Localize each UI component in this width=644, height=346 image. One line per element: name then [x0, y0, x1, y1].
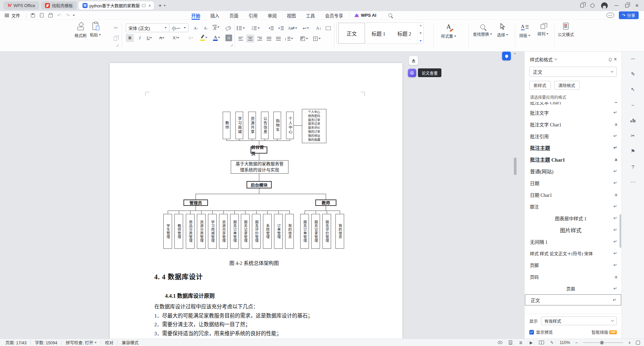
- cloud-status-icon[interactable]: [606, 13, 614, 18]
- align-center-button[interactable]: [246, 35, 254, 43]
- proofread-button[interactable]: 校对: [105, 339, 113, 346]
- tab-page[interactable]: 页面: [224, 11, 244, 20]
- multi-window-icon[interactable]: [580, 4, 584, 7]
- new-tab-button[interactable]: +: [158, 2, 162, 9]
- style-row[interactable]: 题注↵: [525, 200, 622, 212]
- fit-page-icon[interactable]: [636, 341, 640, 345]
- scroll-up-icon[interactable]: [514, 53, 516, 54]
- style-row[interactable]: 批注文本 Char1a: [525, 102, 622, 107]
- highlight-color-button[interactable]: [200, 34, 208, 42]
- presentation-mode-icon[interactable]: [142, 4, 146, 7]
- main-menu-icon[interactable]: [5, 15, 9, 16]
- document-page[interactable]: 教师 学习商城 资源共享 公告信息 购物车 个人中心 个人中心 修改密码 服务订…: [110, 63, 402, 339]
- copy-button[interactable]: [111, 35, 119, 43]
- bold-button[interactable]: B: [126, 34, 134, 42]
- style-row[interactable]: 批注文字↵: [525, 107, 622, 118]
- tab-wps-home[interactable]: W WPS Office: [3, 1, 39, 10]
- zoom-in-button[interactable]: +: [628, 340, 631, 345]
- style-row[interactable]: 批注主题 Char1a: [525, 154, 622, 165]
- compatibility-mode[interactable]: 兼容模式: [122, 339, 139, 346]
- tab-reference[interactable]: 引用: [244, 11, 263, 20]
- style-row[interactable]: 页脚↵: [525, 259, 622, 271]
- format-painter-button[interactable]: 格式刷: [74, 22, 87, 38]
- more-icon[interactable]: ⋯: [629, 178, 637, 186]
- style-row[interactable]: 普通(网站)↵: [525, 165, 622, 177]
- clipboard-dialog-launcher-icon[interactable]: [116, 44, 118, 46]
- paste-button[interactable]: 粘贴: [90, 22, 101, 38]
- tab-close-icon[interactable]: ×: [148, 3, 152, 8]
- font-size-select[interactable]: 小一: [169, 23, 189, 32]
- tab-review[interactable]: 审阅: [263, 11, 282, 20]
- style-row[interactable]: 样式 样式 论文正文＋(符号) 宋体↵: [525, 247, 622, 259]
- wrap-text-button[interactable]: ↩: [302, 24, 310, 32]
- tab-wps-ai[interactable]: WPS AI: [350, 12, 381, 18]
- paper-check-label[interactable]: 论文查重: [418, 68, 441, 77]
- search-icon[interactable]: [388, 13, 392, 17]
- style-row[interactable]: 无间隔 1↵: [525, 236, 622, 247]
- decrease-font-icon[interactable]: A−: [202, 24, 210, 32]
- font-color-button[interactable]: A: [212, 34, 220, 42]
- tab-document[interactable]: W python基于大数据的家教服务 ×: [78, 1, 154, 10]
- font-name-select[interactable]: 宋体 (正文): [126, 23, 169, 32]
- typeset-button[interactable]: A 排版: [519, 23, 530, 38]
- select-tool-icon[interactable]: ↖: [629, 86, 637, 93]
- superscript-button[interactable]: X²: [172, 34, 180, 42]
- style-row[interactable]: 批注文字 Char1a: [525, 118, 622, 130]
- strikethrough-button[interactable]: A: [158, 34, 166, 42]
- show-marks-button[interactable]: [324, 24, 332, 32]
- tab-insert[interactable]: 插入: [205, 11, 224, 20]
- style-item-heading1[interactable]: 标题 1: [366, 23, 391, 44]
- eject-icon[interactable]: [409, 56, 418, 65]
- help-icon[interactable]: ?: [629, 163, 637, 170]
- zoom-slider[interactable]: [583, 342, 623, 343]
- paper-check-floater[interactable]: G 论文查重: [408, 68, 441, 77]
- annotate-pen-icon[interactable]: ✎: [629, 70, 637, 78]
- document-scrollbar[interactable]: [513, 52, 518, 339]
- app-center-icon[interactable]: [590, 3, 595, 8]
- distribute-button[interactable]: [274, 35, 282, 43]
- display-mode-select[interactable]: 有效样式: [541, 316, 617, 325]
- select-button[interactable]: 选择: [497, 23, 508, 38]
- share-button[interactable]: ↷ 分享: [619, 11, 639, 19]
- borders-button[interactable]: [313, 35, 321, 43]
- panel-title-caret-icon[interactable]: [554, 57, 557, 60]
- official-doc-mode-button[interactable]: 公文模式: [558, 23, 574, 37]
- export-pdf-button[interactable]: [38, 12, 45, 19]
- scrollbar-thumb[interactable]: [514, 158, 517, 175]
- read-mode-icon[interactable]: [539, 340, 544, 345]
- zoom-out-button[interactable]: −: [575, 340, 578, 345]
- bullet-list-button[interactable]: [237, 24, 245, 32]
- file-menu-button[interactable]: 文件: [11, 12, 20, 18]
- word-count[interactable]: 字数: 15094: [35, 339, 57, 346]
- gallery-more-icon[interactable]: [420, 40, 422, 42]
- tab-member[interactable]: 会员专享: [320, 11, 348, 20]
- panel-close-icon[interactable]: ×: [614, 56, 617, 62]
- sort-button[interactable]: A↓: [315, 24, 323, 32]
- quickbar-caret-icon[interactable]: [73, 15, 75, 16]
- undo-button[interactable]: ↶: [55, 12, 63, 19]
- underline-button[interactable]: U: [145, 34, 153, 42]
- outline-view-icon[interactable]: ≣: [518, 340, 524, 345]
- minimize-button[interactable]: [614, 5, 619, 6]
- clear-format-button[interactable]: 清除格式: [554, 81, 580, 90]
- increase-indent-icon[interactable]: [277, 24, 285, 32]
- tab-list-caret-icon[interactable]: [164, 5, 166, 6]
- panel-scrollbar-thumb[interactable]: [620, 214, 621, 248]
- style-row-selected[interactable]: 正文↵: [525, 294, 621, 305]
- bookmark-icon[interactable]: ⚑: [629, 148, 637, 155]
- gallery-up-icon[interactable]: [420, 25, 422, 26]
- tab-home[interactable]: 开始: [186, 11, 205, 20]
- show-preview-checkbox[interactable]: [529, 330, 534, 335]
- style-row[interactable]: 日期 Char1a: [525, 189, 622, 200]
- hide-toolbar-floater[interactable]: [409, 56, 418, 65]
- line-spacing-button[interactable]: ↕: [284, 35, 293, 43]
- new-style-button[interactable]: 新样式: [529, 81, 551, 90]
- shading-button[interactable]: [300, 35, 308, 43]
- print-button[interactable]: [47, 12, 54, 19]
- clear-format-icon[interactable]: [224, 24, 232, 32]
- play-view-icon[interactable]: ▶: [529, 340, 534, 345]
- locate-button[interactable]: [502, 52, 511, 60]
- style-row[interactable]: 批注主题↵: [525, 142, 622, 154]
- gallery-down-icon[interactable]: [420, 33, 422, 34]
- decrease-indent-icon[interactable]: [267, 24, 275, 32]
